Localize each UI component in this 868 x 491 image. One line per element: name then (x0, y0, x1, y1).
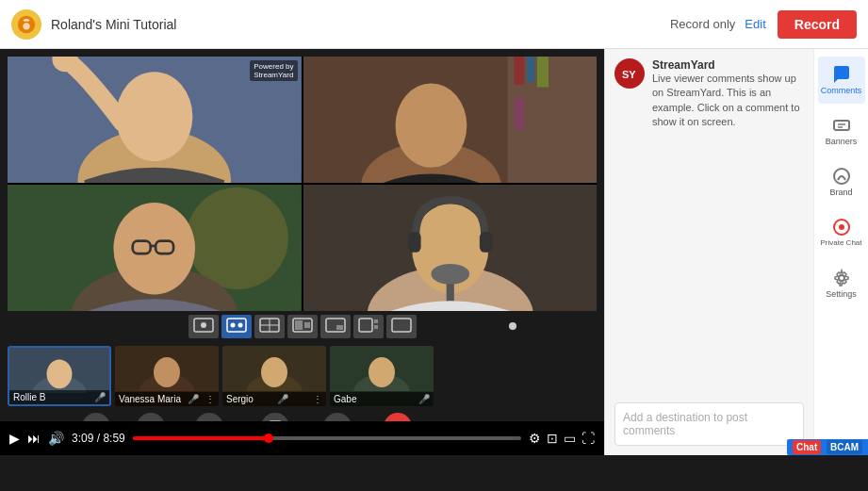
participant-label-2: Vanessa Maria 🎤 ⋮ (115, 392, 219, 406)
svg-point-52 (154, 357, 180, 387)
svg-rect-46 (392, 319, 411, 332)
svg-rect-9 (514, 57, 524, 85)
mic-icon-2: 🎤 (188, 394, 199, 404)
bizcam-badge: Chat BCAM (787, 439, 868, 455)
layout-screen-button[interactable] (353, 315, 384, 338)
mic-icon-3: 🎤 (277, 394, 288, 404)
streamyard-avatar: SY (614, 58, 645, 89)
video-cell-1[interactable]: Powered byStreamYard (8, 57, 302, 183)
page-title: Roland's Mini Tutorial (51, 17, 670, 32)
right-panel: SY StreamYard Live viewer comments show … (604, 49, 868, 455)
settings-button[interactable]: ⚙ (529, 431, 541, 446)
app-logo (11, 9, 41, 40)
fullscreen-mini-button[interactable]: ⊡ (547, 431, 558, 446)
layout-pip-button[interactable] (320, 315, 351, 338)
svg-rect-45 (374, 325, 378, 329)
svg-rect-12 (514, 97, 524, 129)
commenter-name: StreamYard (652, 58, 804, 72)
sidebar-icons: Comments Banners Brand Private Chat Sett… (813, 49, 868, 455)
participant-thumb-1[interactable]: Rollie B 🎤 (8, 346, 111, 406)
settings-tab[interactable]: Settings (818, 260, 865, 307)
progress-fill (133, 436, 269, 440)
svg-point-58 (368, 357, 395, 387)
svg-rect-27 (479, 232, 492, 253)
svg-point-31 (201, 322, 206, 328)
destination-input[interactable]: Add a destination to post comments (614, 402, 804, 446)
svg-point-29 (431, 264, 469, 285)
svg-point-80 (839, 224, 844, 230)
svg-rect-44 (374, 319, 378, 323)
svg-point-55 (261, 357, 287, 387)
svg-rect-43 (359, 319, 372, 332)
comment-text: Live viewer comments show up on StreamYa… (652, 72, 804, 130)
video-wrapper: Powered byStreamYard (0, 49, 604, 455)
options-icon-3[interactable]: ⋮ (313, 394, 322, 404)
edit-button[interactable]: Edit (745, 17, 765, 31)
skip-button[interactable]: ⏭ (27, 431, 41, 446)
svg-point-1 (23, 23, 29, 29)
participant-label-1: Rollie B 🎤 (9, 390, 109, 404)
progress-bar[interactable] (133, 436, 521, 440)
record-only-label: Record only (670, 17, 735, 31)
svg-rect-40 (304, 322, 310, 328)
record-button[interactable]: Record (778, 10, 857, 39)
private-chat-tab[interactable]: Private Chat (818, 209, 865, 256)
svg-rect-10 (527, 57, 534, 82)
banners-tab[interactable]: Banners (818, 107, 865, 155)
volume-button[interactable]: 🔊 (48, 431, 64, 446)
svg-point-16 (187, 188, 288, 289)
svg-point-14 (395, 83, 467, 167)
studio-area: Powered byStreamYard (0, 49, 868, 455)
comment-body: StreamYard Live viewer comments show up … (652, 58, 804, 130)
svg-rect-42 (336, 325, 343, 330)
svg-rect-11 (536, 57, 548, 87)
svg-point-81 (839, 275, 844, 281)
layout-blank-button[interactable] (386, 315, 417, 338)
svg-rect-39 (295, 320, 303, 330)
participant-label-4: Gabe 🎤 (330, 392, 434, 406)
player-bar: ▶ ⏭ 🔊 3:09 / 8:59 ⚙ ⊡ ▭ ⛶ (0, 421, 604, 455)
layout-four-button[interactable] (254, 315, 285, 338)
participant-thumb-2[interactable]: Vanessa Maria 🎤 ⋮ (115, 346, 219, 406)
brand-tab[interactable]: Brand (818, 158, 865, 205)
play-button[interactable]: ▶ (9, 431, 20, 446)
svg-point-34 (237, 323, 242, 328)
layout-toolbar (0, 311, 604, 342)
participant-thumb-4[interactable]: Gabe 🎤 (330, 346, 434, 406)
comments-tab[interactable]: Comments (818, 57, 865, 104)
player-time: 3:09 / 8:59 (72, 432, 125, 445)
video-cell-4[interactable] (303, 185, 598, 311)
mic-icon-1: 🎤 (94, 392, 106, 402)
svg-point-49 (47, 359, 73, 388)
video-grid: Powered byStreamYard (8, 57, 597, 311)
streamyard-comment: SY StreamYard Live viewer comments show … (614, 58, 804, 130)
comments-area: SY StreamYard Live viewer comments show … (605, 49, 813, 455)
svg-text:SY: SY (622, 69, 636, 80)
svg-rect-32 (227, 319, 246, 332)
video-cell-3[interactable]: WOMAN (8, 185, 302, 311)
top-bar: Roland's Mini Tutorial Record only Edit … (0, 0, 868, 49)
participant-thumb-3[interactable]: Sergio 🎤 ⋮ (222, 346, 326, 406)
fullscreen-button[interactable]: ⛶ (581, 431, 595, 446)
svg-rect-75 (834, 121, 849, 130)
progress-dot (264, 434, 273, 443)
participant-label-3: Sergio 🎤 ⋮ (222, 392, 326, 406)
streamyard-watermark: Powered byStreamYard (250, 60, 297, 81)
layout-two-button[interactable] (221, 315, 252, 338)
options-icon-2[interactable]: ⋮ (205, 394, 215, 404)
layout-side-button[interactable] (287, 315, 318, 338)
svg-point-33 (230, 323, 235, 328)
video-cell-2[interactable] (303, 57, 598, 183)
layout-single-button[interactable] (188, 315, 219, 338)
player-right-controls: ⚙ ⊡ ▭ ⛶ (529, 431, 595, 446)
svg-rect-26 (408, 232, 421, 253)
theater-button[interactable]: ▭ (564, 431, 576, 446)
mic-icon-4: 🎤 (418, 394, 430, 404)
participant-strip: Rollie B 🎤 Vanessa Maria 🎤 ⋮ (0, 342, 604, 410)
